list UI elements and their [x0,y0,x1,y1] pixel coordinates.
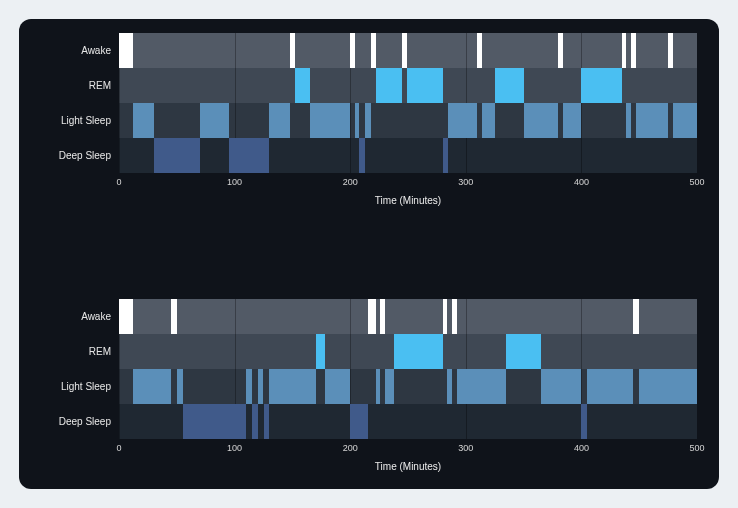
hypnogram-plot-top [119,33,697,173]
sleep-segment [587,369,633,404]
sleep-segment [350,33,355,68]
sleep-segment [200,103,229,138]
sleep-segment [443,299,448,334]
x-tick-label: 500 [689,443,704,453]
sleep-segment [452,299,457,334]
ylabel-awake: Awake [41,46,111,56]
sleep-segment [668,33,673,68]
x-tick-label: 0 [116,177,121,187]
sleep-segment [631,33,636,68]
sleep-segment [448,103,477,138]
sleep-segment [365,103,371,138]
sleep-segment [171,299,177,334]
x-tick-label: 400 [574,443,589,453]
sleep-segment [133,369,171,404]
x-axis-bottom: 0100200300400500 [119,443,697,457]
sleep-segment [310,103,350,138]
sleep-segment [385,369,394,404]
sleep-segment [633,299,639,334]
sleep-segment [133,103,154,138]
sleep-segment [673,103,697,138]
hypnogram-plot-bottom [119,299,697,439]
sleep-segment [269,103,290,138]
sleep-segment [447,369,452,404]
x-gridline [581,33,582,173]
sleep-segment [350,404,367,439]
sleep-segment [359,138,365,173]
sleep-segment [581,68,621,103]
sleep-segment [269,369,315,404]
sleep-segment [541,369,581,404]
sleep-segment [325,369,350,404]
sleep-segment [506,334,541,369]
sleep-segment [154,138,200,173]
x-tick-label: 200 [343,177,358,187]
hypnogram-panel-bottom: Awake REM Light Sleep Deep Sleep 0100200… [41,299,697,475]
x-tick-label: 200 [343,443,358,453]
ylabel-rem: REM [41,347,111,357]
sleep-segment [177,369,183,404]
sleep-segment [482,103,495,138]
sleep-segment [495,68,524,103]
x-axis-label-bottom: Time (Minutes) [119,461,697,475]
sleep-segment [457,369,507,404]
sleep-segment [394,334,443,369]
sleep-segment [290,33,295,68]
sleep-segment [295,68,310,103]
sleep-segment [622,33,627,68]
sleep-segment [371,33,376,68]
sleep-segment [355,103,360,138]
ylabel-awake: Awake [41,312,111,322]
sleep-segment [639,369,697,404]
sleep-segment [402,33,407,68]
x-axis-top: 0100200300400500 [119,177,697,191]
sleep-segment [524,103,559,138]
sleep-segment [376,68,403,103]
sleep-segment [563,103,581,138]
ylabel-deep: Deep Sleep [41,151,111,161]
sleep-segment [477,33,482,68]
sleep-segment [258,369,264,404]
sleep-segment [229,138,269,173]
sleep-segment [119,33,133,68]
x-tick-label: 100 [227,443,242,453]
y-axis-labels-top: Awake REM Light Sleep Deep Sleep [41,33,111,173]
hypnogram-card: Awake REM Light Sleep Deep Sleep 0100200… [19,19,719,489]
x-tick-label: 500 [689,177,704,187]
x-tick-label: 300 [458,177,473,187]
ylabel-rem: REM [41,81,111,91]
sleep-segment [558,33,563,68]
ylabel-deep: Deep Sleep [41,417,111,427]
sleep-segment [376,369,381,404]
sleep-segment [443,138,449,173]
hypnogram-panel-top: Awake REM Light Sleep Deep Sleep 0100200… [41,33,697,209]
sleep-segment [407,68,443,103]
x-tick-label: 100 [227,177,242,187]
sleep-segment [316,334,325,369]
sleep-segment [581,404,587,439]
sleep-segment [636,103,668,138]
ylabel-light: Light Sleep [41,116,111,126]
sleep-segment [119,299,133,334]
sleep-segment [183,404,247,439]
ylabel-light: Light Sleep [41,382,111,392]
sleep-segment [368,299,376,334]
sleep-segment [264,404,270,439]
sleep-segment [626,103,631,138]
x-tick-label: 400 [574,177,589,187]
y-axis-labels-bottom: Awake REM Light Sleep Deep Sleep [41,299,111,439]
sleep-segment [252,404,258,439]
x-tick-label: 300 [458,443,473,453]
sleep-segment [380,299,385,334]
x-tick-label: 0 [116,443,121,453]
x-axis-label-top: Time (Minutes) [119,195,697,209]
sleep-segment [246,369,252,404]
